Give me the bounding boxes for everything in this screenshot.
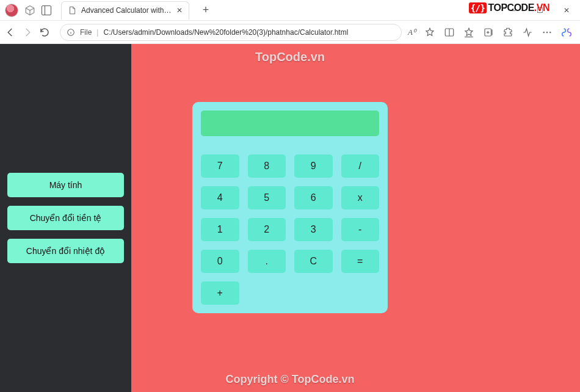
calculator-keypad: 7 8 9 / 4 5 6 x 1 2 3 - 0 . C = + <box>201 154 379 305</box>
topcode-logo: {/} TOP CODE .VN <box>469 2 549 13</box>
sidebar-item-temperature[interactable]: Chuyển đổi nhiệt độ <box>7 239 124 263</box>
copilot-icon[interactable] <box>561 27 572 38</box>
tab-title: Advanced Calculator with Curren <box>81 6 172 15</box>
page-icon <box>68 6 76 15</box>
key-decimal[interactable]: . <box>248 250 286 273</box>
page-viewport: Máy tính Chuyển đổi tiền tệ Chuyển đổi n… <box>0 44 580 392</box>
favorites-list-icon[interactable] <box>463 27 474 38</box>
back-button[interactable] <box>5 27 16 38</box>
split-screen-icon[interactable] <box>444 27 455 38</box>
key-3[interactable]: 3 <box>294 218 333 241</box>
key-6[interactable]: 6 <box>294 186 333 209</box>
address-path: C:/Users/admin/Downloads/New%20folder%20… <box>103 28 348 37</box>
key-minus[interactable]: - <box>341 218 380 241</box>
key-5[interactable]: 5 <box>248 186 286 209</box>
key-8[interactable]: 8 <box>248 154 286 178</box>
info-icon <box>67 28 75 37</box>
profile-avatar[interactable] <box>5 4 18 17</box>
favorite-icon[interactable] <box>424 27 435 38</box>
key-4[interactable]: 4 <box>201 186 239 209</box>
sidebar-item-calculator[interactable]: Máy tính <box>7 173 124 197</box>
calculator-display[interactable] <box>201 111 379 136</box>
new-tab-button[interactable]: + <box>198 2 214 18</box>
address-bar[interactable]: File | C:/Users/admin/Downloads/New%20fo… <box>60 24 402 41</box>
sidebar-item-currency[interactable]: Chuyển đổi tiền tệ <box>7 206 124 230</box>
key-1[interactable]: 1 <box>201 218 239 241</box>
watermark-bottom: Copyright © TopCode.vn <box>226 373 355 386</box>
window-titlebar: Advanced Calculator with Curren ✕ + {/} … <box>0 0 580 21</box>
key-divide[interactable]: / <box>341 154 380 178</box>
key-9[interactable]: 9 <box>294 154 333 178</box>
browser-tab[interactable]: Advanced Calculator with Curren ✕ <box>61 1 189 20</box>
browser-toolbar: File | C:/Users/admin/Downloads/New%20fo… <box>0 21 580 44</box>
refresh-button[interactable] <box>39 27 50 38</box>
key-clear[interactable]: C <box>294 250 333 273</box>
svg-point-10 <box>543 31 545 32</box>
extensions-icon[interactable] <box>502 27 513 38</box>
workspaces-icon[interactable] <box>24 5 35 16</box>
performance-icon[interactable] <box>522 27 533 38</box>
sidebar: Máy tính Chuyển đổi tiền tệ Chuyển đổi n… <box>0 44 131 392</box>
forward-button <box>22 27 33 38</box>
key-7[interactable]: 7 <box>201 154 239 178</box>
key-2[interactable]: 2 <box>248 218 286 241</box>
svg-point-11 <box>546 31 548 32</box>
calculator: 7 8 9 / 4 5 6 x 1 2 3 - 0 . C = + <box>192 102 388 313</box>
read-aloud-icon[interactable]: A⁰ <box>408 27 416 37</box>
watermark-top: TopCode.vn <box>255 50 325 64</box>
key-plus[interactable]: + <box>201 281 239 305</box>
svg-point-12 <box>549 31 551 32</box>
key-0[interactable]: 0 <box>201 250 239 273</box>
key-equals[interactable]: = <box>341 250 380 273</box>
tab-actions-icon[interactable] <box>42 5 51 15</box>
close-window-button[interactable]: ✕ <box>553 0 580 21</box>
collections-icon[interactable] <box>483 27 494 38</box>
more-icon[interactable] <box>542 27 553 38</box>
address-scheme: File <box>80 28 92 37</box>
close-tab-icon[interactable]: ✕ <box>176 6 183 15</box>
key-multiply[interactable]: x <box>341 186 380 209</box>
